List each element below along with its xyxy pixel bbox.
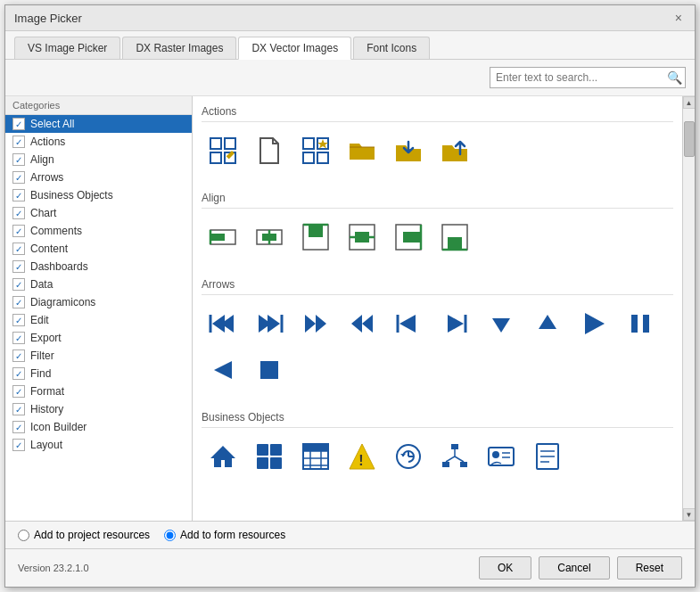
business-objects-icon-grid: ! — [202, 432, 673, 485]
icon-cell[interactable] — [294, 302, 337, 345]
reset-button[interactable]: Reset — [617, 556, 682, 580]
sidebar-item-find[interactable]: Find — [5, 365, 192, 382]
sidebar-item-diagramicons[interactable]: Diagramicons — [5, 293, 192, 311]
sidebar-item-arrows[interactable]: Arrows — [5, 169, 192, 186]
scroll-down-arrow[interactable]: ▼ — [683, 508, 696, 521]
scroll-thumb[interactable] — [684, 121, 695, 157]
checkbox-arrows[interactable] — [12, 171, 25, 184]
icon-cell[interactable] — [202, 349, 244, 391]
tab-font-icons[interactable]: Font Icons — [353, 37, 430, 59]
svg-marker-40 — [448, 315, 464, 333]
checkbox-history[interactable] — [12, 403, 25, 415]
checkbox-diagramicons[interactable] — [12, 296, 25, 308]
icon-cell[interactable] — [202, 302, 244, 345]
icon-cell[interactable] — [433, 129, 476, 172]
checkbox-business-objects[interactable] — [12, 189, 25, 201]
icon-cell[interactable] — [526, 302, 569, 345]
icon-cell[interactable] — [619, 302, 662, 345]
scroll-up-arrow[interactable]: ▲ — [683, 96, 696, 109]
sidebar-item-export[interactable]: Export — [5, 329, 192, 347]
icon-cell[interactable] — [387, 129, 430, 172]
sidebar-item-chart[interactable]: Chart — [5, 204, 192, 222]
icon-cell[interactable] — [202, 435, 244, 478]
search-icon-button[interactable]: 🔍 — [667, 70, 682, 85]
project-resources-radio[interactable] — [18, 530, 29, 541]
icon-cell[interactable] — [248, 349, 291, 391]
tab-dx-vector-images[interactable]: DX Vector Images — [238, 37, 351, 60]
checkbox-edit[interactable] — [12, 314, 25, 326]
sidebar-item-format[interactable]: Format — [5, 382, 192, 400]
icon-cell[interactable] — [294, 216, 337, 259]
svg-rect-67 — [451, 444, 458, 449]
checkbox-layout[interactable] — [12, 439, 25, 451]
checkbox-export[interactable] — [12, 332, 25, 344]
cancel-button[interactable]: Cancel — [539, 556, 609, 580]
icon-cell[interactable] — [294, 129, 337, 172]
version-label: Version 23.2.1.0 — [18, 563, 89, 573]
sidebar-item-content[interactable]: Content — [5, 240, 192, 258]
icon-cell[interactable] — [387, 216, 430, 259]
close-button[interactable]: × — [671, 11, 686, 25]
checkbox-find[interactable] — [12, 367, 25, 380]
sidebar-item-business-objects[interactable]: Business Objects — [5, 186, 192, 204]
icon-cell[interactable] — [341, 216, 383, 259]
actions-section-title: Actions — [202, 100, 673, 122]
icon-cell[interactable] — [433, 216, 476, 259]
icon-cell[interactable] — [341, 129, 383, 172]
icon-cell[interactable] — [433, 435, 476, 478]
icon-cell[interactable] — [526, 435, 569, 478]
checkbox-data[interactable] — [12, 278, 25, 291]
checkbox-select-all[interactable] — [12, 118, 25, 130]
icon-cell[interactable] — [341, 302, 383, 345]
icon-cell[interactable] — [480, 435, 523, 478]
icon-cell[interactable] — [202, 129, 244, 172]
icons-panel: Actions — [193, 96, 682, 521]
tab-dx-raster-images[interactable]: DX Raster Images — [122, 37, 236, 59]
checkbox-dashboards[interactable] — [12, 260, 25, 273]
checkbox-format[interactable] — [12, 385, 25, 398]
icon-cell[interactable] — [248, 129, 291, 172]
actions-icon-grid — [202, 126, 673, 179]
icon-cell[interactable] — [387, 435, 430, 478]
sidebar-item-edit[interactable]: Edit — [5, 311, 192, 329]
svg-rect-2 — [210, 152, 221, 163]
icon-cell[interactable] — [294, 435, 337, 478]
icon-cell[interactable] — [387, 302, 430, 345]
icon-cell[interactable]: ! — [341, 435, 383, 478]
sidebar-item-history[interactable]: History — [5, 400, 192, 418]
checkbox-content[interactable] — [12, 243, 25, 255]
svg-rect-46 — [643, 315, 649, 333]
search-input[interactable] — [490, 67, 686, 88]
svg-marker-42 — [492, 318, 510, 333]
sidebar-item-align[interactable]: Align — [5, 151, 192, 169]
icon-cell[interactable] — [202, 216, 244, 259]
checkbox-align[interactable] — [12, 153, 25, 166]
tab-vs-image-picker[interactable]: VS Image Picker — [14, 37, 120, 59]
title-bar: Image Picker × — [5, 5, 695, 31]
business-objects-section: Business Objects ! — [193, 402, 682, 489]
svg-marker-49 — [210, 446, 235, 467]
ok-button[interactable]: OK — [479, 556, 531, 580]
sidebar-item-icon-builder[interactable]: Icon Builder — [5, 418, 192, 436]
checkbox-icon-builder[interactable] — [12, 421, 25, 433]
sidebar-item-dashboards[interactable]: Dashboards — [5, 258, 192, 275]
project-resources-option[interactable]: Add to project resources — [18, 529, 150, 541]
checkbox-filter[interactable] — [12, 349, 25, 362]
icon-cell[interactable] — [248, 435, 291, 478]
form-resources-radio[interactable] — [164, 530, 176, 541]
checkbox-actions[interactable] — [12, 136, 25, 148]
icon-cell[interactable] — [480, 302, 523, 345]
checkbox-chart[interactable] — [12, 207, 25, 219]
icon-cell[interactable] — [248, 302, 291, 345]
sidebar-item-comments[interactable]: Comments — [5, 222, 192, 240]
checkbox-comments[interactable] — [12, 225, 25, 237]
icon-cell[interactable] — [433, 302, 476, 345]
sidebar-item-actions[interactable]: Actions — [5, 133, 192, 151]
sidebar-item-select-all[interactable]: Select All — [5, 115, 192, 133]
icon-cell[interactable] — [248, 216, 291, 259]
sidebar-item-data[interactable]: Data — [5, 275, 192, 293]
form-resources-option[interactable]: Add to form resources — [164, 529, 285, 541]
sidebar-item-filter[interactable]: Filter — [5, 347, 192, 365]
icon-cell[interactable] — [572, 302, 615, 345]
sidebar-item-layout[interactable]: Layout — [5, 436, 192, 454]
